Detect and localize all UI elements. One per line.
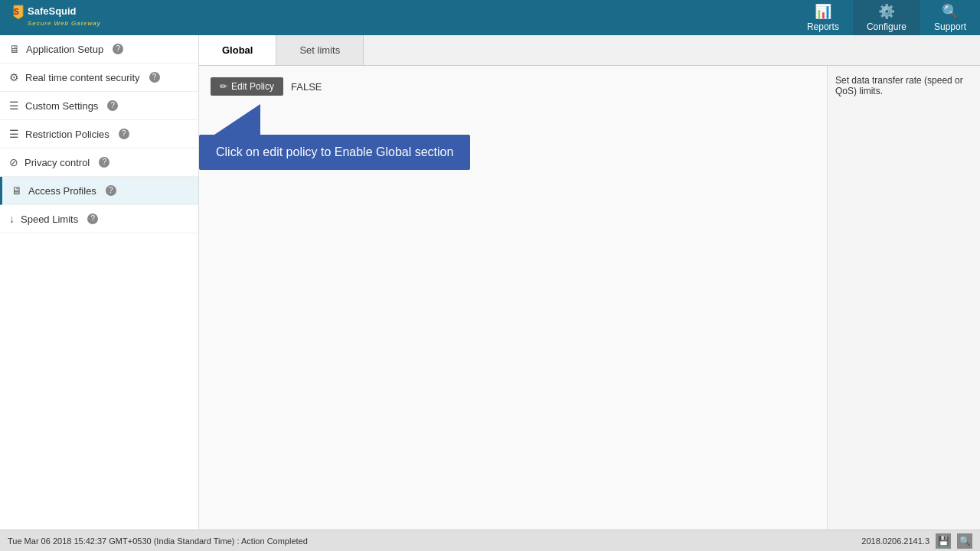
callout-arrow — [214, 104, 260, 135]
svg-text:S: S — [14, 8, 19, 16]
custom-settings-icon: ☰ — [9, 99, 19, 112]
version-text: 2018.0206.2141.3 — [861, 536, 929, 546]
sidebar-item-label: Speed Limits — [21, 214, 78, 225]
sidebar: 🖥 Application Setup ? ⚙ Real time conten… — [0, 35, 199, 530]
access-profiles-help[interactable]: ? — [106, 185, 116, 196]
speed-limits-icon: ↓ — [9, 213, 15, 225]
configure-label: Configure — [867, 21, 906, 32]
tab-global-label: Global — [222, 44, 253, 56]
application-setup-icon: 🖥 — [9, 43, 20, 55]
logo-svg: S SafeSquid Secure Web Gateway — [6, 2, 129, 33]
access-profiles-icon: 🖥 — [11, 184, 22, 197]
status-text: Tue Mar 06 2018 15:42:37 GMT+0530 (India… — [8, 536, 308, 546]
statusbar: Tue Mar 06 2018 15:42:37 GMT+0530 (India… — [0, 530, 980, 551]
reports-label: Reports — [807, 21, 839, 32]
support-label: Support — [934, 21, 966, 32]
sidebar-item-label: Custom Settings — [25, 100, 98, 112]
real-time-help[interactable]: ? — [149, 72, 160, 83]
sidebar-item-application-setup[interactable]: 🖥 Application Setup ? — [0, 35, 198, 64]
sidebar-item-privacy-control[interactable]: ⊘ Privacy control ? — [0, 148, 198, 177]
restriction-policies-icon: ☰ — [9, 128, 19, 140]
nav-right: 📊 Reports ⚙️ Configure 🔍 Support — [793, 0, 980, 35]
statusbar-right: 2018.0206.2141.3 💾 🔍 — [861, 533, 972, 549]
edit-icon: ✏ — [220, 81, 227, 92]
callout-box: Click on edit policy to Enable Global se… — [199, 135, 470, 170]
sidebar-item-custom-settings[interactable]: ☰ Custom Settings ? — [0, 92, 198, 120]
content-area: Global Set limits ✏ Edit Policy FALSE — [199, 35, 980, 530]
reports-icon: 📊 — [815, 3, 831, 20]
reports-nav-button[interactable]: 📊 Reports — [793, 0, 853, 35]
false-value: FALSE — [291, 81, 322, 93]
support-nav-button[interactable]: 🔍 Support — [920, 0, 980, 35]
sidebar-item-label: Restriction Policies — [25, 129, 109, 140]
sidebar-item-label: Application Setup — [26, 44, 103, 55]
tab-set-limits-label: Set limits — [299, 44, 340, 56]
main-content: ✏ Edit Policy FALSE Click on edit policy… — [199, 66, 980, 530]
real-time-icon: ⚙ — [9, 71, 19, 83]
logo-area: S SafeSquid Secure Web Gateway — [0, 2, 129, 33]
restriction-policies-help[interactable]: ? — [119, 129, 129, 139]
sidebar-item-access-profiles[interactable]: 🖥 Access Profiles ? — [0, 177, 198, 205]
right-panel: Set data transfer rate (speed or QoS) li… — [827, 66, 980, 530]
sidebar-item-real-time-content-security[interactable]: ⚙ Real time content security ? — [0, 64, 198, 92]
search-status-button[interactable]: 🔍 — [957, 533, 972, 549]
edit-policy-button[interactable]: ✏ Edit Policy — [211, 77, 283, 96]
privacy-control-help[interactable]: ? — [99, 157, 109, 168]
topbar: S SafeSquid Secure Web Gateway 📊 Reports… — [0, 0, 980, 35]
save-status-button[interactable]: 💾 — [936, 533, 951, 549]
tab-set-limits[interactable]: Set limits — [276, 35, 364, 65]
sidebar-item-speed-limits[interactable]: ↓ Speed Limits ? — [0, 205, 198, 233]
sidebar-item-label: Real time content security — [25, 72, 140, 83]
configure-nav-button[interactable]: ⚙️ Configure — [853, 0, 920, 35]
configure-icon: ⚙️ — [878, 3, 895, 20]
custom-settings-help[interactable]: ? — [107, 100, 118, 111]
callout-text: Click on edit policy to Enable Global se… — [216, 145, 453, 158]
edit-policy-label: Edit Policy — [231, 81, 274, 92]
support-icon: 🔍 — [942, 3, 959, 20]
sidebar-item-label: Access Profiles — [28, 185, 96, 197]
right-panel-description: Set data transfer rate (speed or QoS) li… — [835, 75, 963, 96]
callout-container: Click on edit policy to Enable Global se… — [199, 104, 470, 170]
speed-limits-help[interactable]: ? — [87, 214, 98, 224]
edit-policy-row: ✏ Edit Policy FALSE — [211, 77, 815, 96]
main-layout: 🖥 Application Setup ? ⚙ Real time conten… — [0, 35, 980, 530]
tabs-bar: Global Set limits — [199, 35, 980, 66]
tab-global[interactable]: Global — [199, 35, 276, 65]
application-setup-help[interactable]: ? — [113, 44, 123, 54]
svg-text:SafeSquid: SafeSquid — [28, 5, 77, 17]
center-panel: ✏ Edit Policy FALSE Click on edit policy… — [199, 66, 827, 530]
sidebar-item-restriction-policies[interactable]: ☰ Restriction Policies ? — [0, 120, 198, 148]
sidebar-item-label: Privacy control — [24, 157, 90, 168]
svg-text:Secure Web Gateway: Secure Web Gateway — [28, 20, 101, 27]
privacy-control-icon: ⊘ — [9, 156, 18, 168]
